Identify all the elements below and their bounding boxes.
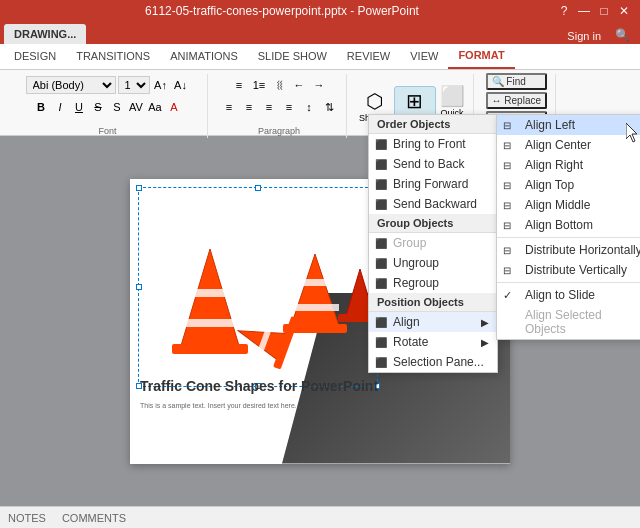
selection-pane-item[interactable]: ⬛ Selection Pane... (369, 352, 497, 372)
bold-btn[interactable]: B (32, 98, 50, 116)
underline-btn[interactable]: U (70, 98, 88, 116)
tab-animations[interactable]: ANIMATIONS (160, 43, 248, 69)
position-objects-header: Position Objects (369, 293, 497, 312)
svg-marker-0 (180, 249, 240, 349)
regroup-icon: ⬛ (375, 278, 387, 289)
align-middle-icon: ⊟ (503, 200, 511, 211)
strikethrough-btn[interactable]: S (89, 98, 107, 116)
align-left-icon: ⊟ (503, 120, 511, 131)
notes-button[interactable]: NOTES (8, 512, 46, 524)
maximize-button[interactable]: □ (596, 3, 612, 19)
arrange-dropdown[interactable]: Order Objects ⬛ Bring to Front ⬛ Send to… (368, 114, 498, 373)
align-item[interactable]: ⬛ Align ▶ (369, 312, 497, 332)
tab-view[interactable]: VIEW (400, 43, 448, 69)
status-bar: NOTES COMMENTS (0, 506, 640, 528)
align-to-slide-item[interactable]: ✓ Align to Slide (497, 285, 640, 305)
title-bar-text: 6112-05-traffic-cones-powerpoint.pptx - … (8, 4, 556, 18)
align-center-btn[interactable]: ≡ (240, 98, 258, 116)
font-group-label: Font (98, 126, 116, 136)
align-to-slide-checkmark: ✓ (503, 289, 512, 302)
order-objects-header: Order Objects (369, 115, 497, 134)
align-selected-objects-item[interactable]: Align Selected Objects (497, 305, 640, 339)
find-button[interactable]: 🔍 Find (486, 73, 547, 90)
italic-btn[interactable]: I (51, 98, 69, 116)
dist-vert-icon: ⊟ (503, 265, 511, 276)
group-item[interactable]: ⬛ Group (369, 233, 497, 253)
bring-front-icon: ⬛ (375, 139, 387, 150)
replace-button[interactable]: ↔ Replace (486, 92, 547, 109)
paragraph-group-label: Paragraph (258, 126, 300, 136)
selection-pane-icon: ⬛ (375, 357, 387, 368)
svg-marker-4 (290, 254, 340, 329)
ribbon-tabs: DESIGN TRANSITIONS ANIMATIONS SLIDE SHOW… (0, 44, 640, 70)
regroup-item[interactable]: ⬛ Regroup (369, 273, 497, 293)
tab-review[interactable]: REVIEW (337, 43, 400, 69)
ltr-btn[interactable]: → (310, 76, 328, 94)
increase-font-btn[interactable]: A↑ (152, 76, 170, 94)
bring-to-front-item[interactable]: ⬛ Bring to Front (369, 134, 497, 154)
align-right-icon: ⊟ (503, 160, 511, 171)
tab-slideshow[interactable]: SLIDE SHOW (248, 43, 337, 69)
search-button[interactable]: 🔍 (609, 26, 636, 44)
distribute-horizontally-item[interactable]: ⊟ Distribute Horizontally (497, 240, 640, 260)
minimize-button[interactable]: — (576, 3, 592, 19)
rtl-btn[interactable]: ← (290, 76, 308, 94)
align-submenu-arrow: ▶ (481, 317, 489, 328)
close-button[interactable]: ✕ (616, 3, 632, 19)
traffic-cones (140, 189, 370, 389)
cols-btn[interactable]: ⧛ (270, 76, 288, 94)
font-group: Abi (Body) 18 A↑ A↓ B I U S S AV Aa A Fo… (8, 74, 208, 138)
svg-rect-1 (172, 344, 248, 354)
svg-rect-2 (178, 289, 242, 297)
font-size-select[interactable]: 18 (118, 76, 150, 94)
align-right-btn[interactable]: ≡ (260, 98, 278, 116)
send-to-back-item[interactable]: ⬛ Send to Back (369, 154, 497, 174)
bullets-btn[interactable]: ≡ (230, 76, 248, 94)
send-backward-icon: ⬛ (375, 199, 387, 210)
drawing-tab[interactable]: DRAWING... (4, 24, 86, 44)
tab-format[interactable]: FORMAT (448, 43, 514, 69)
justify-btn[interactable]: ≡ (280, 98, 298, 116)
comments-button[interactable]: COMMENTS (62, 512, 126, 524)
svg-rect-7 (291, 304, 339, 311)
align-top-item[interactable]: ⊟ Align Top (497, 175, 640, 195)
svg-rect-3 (182, 319, 238, 327)
align-center-item[interactable]: ⊟ Align Center (497, 135, 640, 155)
align-left-item[interactable]: ⊟ Align Left (497, 115, 640, 135)
svg-marker-11 (345, 269, 370, 319)
text-dir-btn[interactable]: ⇅ (320, 98, 338, 116)
svg-rect-6 (288, 279, 342, 286)
ungroup-icon: ⬛ (375, 258, 387, 269)
group-icon: ⬛ (375, 238, 387, 249)
bring-forward-item[interactable]: ⬛ Bring Forward (369, 174, 497, 194)
font-color-btn[interactable]: A (165, 98, 183, 116)
bring-forward-icon: ⬛ (375, 179, 387, 190)
numbering-btn[interactable]: 1≡ (250, 76, 268, 94)
sign-in-button[interactable]: Sign in (559, 28, 609, 44)
tab-transitions[interactable]: TRANSITIONS (66, 43, 160, 69)
distribute-vertically-item[interactable]: ⊟ Distribute Vertically (497, 260, 640, 280)
font-case-btn[interactable]: Aa (146, 98, 164, 116)
send-backward-item[interactable]: ⬛ Send Backward (369, 194, 497, 214)
shadow-btn[interactable]: S (108, 98, 126, 116)
submenu-separator2 (497, 282, 640, 283)
help-button[interactable]: ? (556, 3, 572, 19)
ungroup-item[interactable]: ⬛ Ungroup (369, 253, 497, 273)
tab-design[interactable]: DESIGN (4, 43, 66, 69)
align-right-item[interactable]: ⊟ Align Right (497, 155, 640, 175)
char-spacing-btn[interactable]: AV (127, 98, 145, 116)
align-left-btn[interactable]: ≡ (220, 98, 238, 116)
paragraph-group: ≡ 1≡ ⧛ ← → ≡ ≡ ≡ ≡ ↕ ⇅ Paragraph (212, 74, 347, 138)
align-middle-item[interactable]: ⊟ Align Middle (497, 195, 640, 215)
rotate-item[interactable]: ⬛ Rotate ▶ (369, 332, 497, 352)
slide-title: Traffic Cone Shapes for PowerPoint (140, 378, 378, 394)
font-family-select[interactable]: Abi (Body) (26, 76, 116, 94)
align-bottom-item[interactable]: ⊟ Align Bottom (497, 215, 640, 235)
group-objects-header: Group Objects (369, 214, 497, 233)
line-spacing-btn[interactable]: ↕ (300, 98, 318, 116)
align-submenu[interactable]: ⊟ Align Left ⊟ Align Center ⊟ Align Righ… (496, 114, 640, 340)
align-icon: ⬛ (375, 317, 387, 328)
align-top-icon: ⊟ (503, 180, 511, 191)
align-center-icon: ⊟ (503, 140, 511, 151)
decrease-font-btn[interactable]: A↓ (172, 76, 190, 94)
